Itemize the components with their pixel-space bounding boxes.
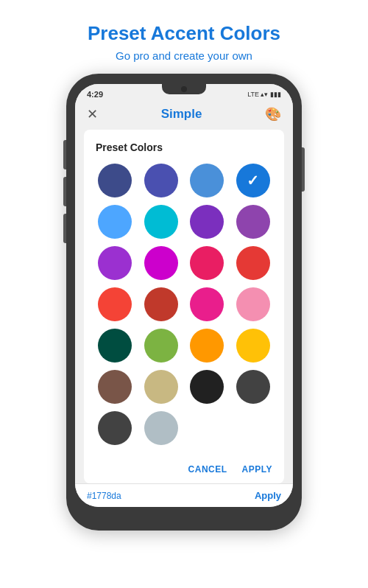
color-circle-magenta[interactable] bbox=[144, 246, 178, 280]
color-circle-yellow[interactable] bbox=[236, 329, 270, 363]
color-circle-red[interactable] bbox=[236, 246, 270, 280]
apply-button[interactable]: APPLY bbox=[242, 464, 272, 475]
dialog-title: Preset Colors bbox=[96, 141, 272, 153]
phone-notch bbox=[162, 84, 206, 94]
cancel-button[interactable]: CANCEL bbox=[188, 464, 227, 475]
color-circle-light-blue[interactable] bbox=[190, 164, 224, 197]
app-title: Simple bbox=[161, 107, 202, 122]
color-circle-brown[interactable] bbox=[98, 370, 132, 404]
color-circle-dark-teal[interactable] bbox=[98, 329, 132, 363]
color-circle-bright-red[interactable] bbox=[98, 287, 132, 321]
status-icons: LTE ▴▾ ▮▮▮ bbox=[247, 91, 281, 98]
palette-icon[interactable]: 🎨 bbox=[265, 106, 281, 122]
page-subtitle: Go pro and create your own bbox=[29, 49, 339, 62]
color-circle-dark-blue[interactable] bbox=[98, 164, 132, 197]
color-circle-dark-purple[interactable] bbox=[190, 205, 224, 239]
color-circle-light-pink[interactable] bbox=[236, 287, 270, 321]
top-section: Preset Accent Colors Go pro and create y… bbox=[0, 0, 368, 74]
color-grid bbox=[96, 164, 272, 454]
front-camera bbox=[181, 86, 187, 92]
color-circle-sky-blue[interactable] bbox=[98, 205, 132, 239]
bottom-bar: #1778da Apply bbox=[75, 483, 293, 507]
color-circle-dark-gray-2[interactable] bbox=[98, 411, 132, 445]
color-circle-hot-pink[interactable] bbox=[190, 287, 224, 321]
color-circle-dark-red[interactable] bbox=[144, 287, 178, 321]
hex-value: #1778da bbox=[87, 491, 121, 501]
color-circle-pink-red[interactable] bbox=[190, 246, 224, 280]
phone-frame: 4:29 LTE ▴▾ ▮▮▮ ✕ Simple 🎨 Preset Colors… bbox=[66, 74, 302, 531]
bottom-apply-button[interactable]: Apply bbox=[255, 490, 281, 501]
close-button[interactable]: ✕ bbox=[87, 106, 98, 122]
color-circle-black[interactable] bbox=[190, 370, 224, 404]
page-title: Preset Accent Colors bbox=[29, 22, 339, 45]
phone-screen: 4:29 LTE ▴▾ ▮▮▮ ✕ Simple 🎨 Preset Colors… bbox=[75, 84, 293, 507]
dialog-card: Preset Colors CANCEL APPLY bbox=[84, 130, 284, 483]
color-circle-green[interactable] bbox=[144, 329, 178, 363]
app-header: ✕ Simple 🎨 bbox=[75, 102, 293, 130]
status-time: 4:29 bbox=[87, 90, 103, 99]
color-circle-violet[interactable] bbox=[98, 246, 132, 280]
color-circle-cyan[interactable] bbox=[144, 205, 178, 239]
color-circle-accent-blue[interactable] bbox=[236, 164, 270, 197]
color-circle-light-gray[interactable] bbox=[144, 411, 178, 445]
color-circle-purple[interactable] bbox=[236, 205, 270, 239]
color-circle-dark-gray[interactable] bbox=[236, 370, 270, 404]
color-circle-tan[interactable] bbox=[144, 370, 178, 404]
color-circle-orange[interactable] bbox=[190, 329, 224, 363]
color-circle-medium-blue[interactable] bbox=[144, 164, 178, 197]
dialog-actions: CANCEL APPLY bbox=[96, 457, 272, 475]
